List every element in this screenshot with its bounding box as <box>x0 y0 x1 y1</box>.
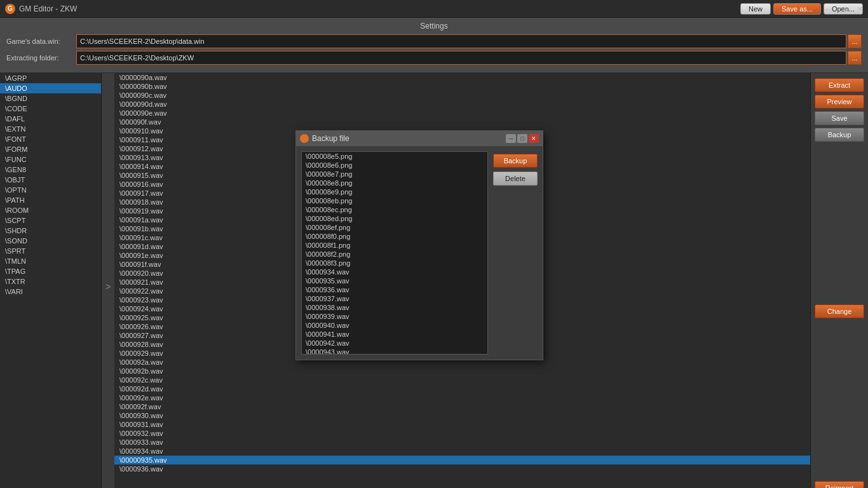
change-button[interactable]: Change <box>815 304 864 318</box>
file-item[interactable]: \000092e.wav <box>114 393 810 402</box>
file-item[interactable]: \0000090d.wav <box>114 100 810 109</box>
backup-file-item[interactable]: \0000934.wav <box>302 268 487 276</box>
file-item[interactable]: \00000935.wav <box>114 456 810 464</box>
new-button[interactable]: New <box>740 3 771 15</box>
folder-item[interactable]: \TXTR <box>0 276 101 287</box>
backup-file-item[interactable]: \000008e7.png <box>302 170 487 179</box>
right-panel: Extract Preview Save Backup Change Reimp… <box>811 73 868 488</box>
backup-file-item[interactable]: \000008e9.png <box>302 187 487 196</box>
folder-list: \AGRP\AUDO\BGND\CODE\DAFL\EXTN\FONT\FORM… <box>0 73 102 488</box>
folder-item[interactable]: \VARI <box>0 287 101 297</box>
backup-dialog-titlebar: Backup file ─ □ ✕ <box>296 131 543 146</box>
folder-item[interactable]: \DAFL <box>0 114 101 124</box>
close-button[interactable]: ✕ <box>851 0 868 18</box>
games-data-input[interactable] <box>76 34 846 48</box>
extract-folder-input[interactable] <box>76 51 846 65</box>
backup-file-item[interactable]: \000008f3.png <box>302 259 487 268</box>
folder-item[interactable]: \FONT <box>0 134 101 144</box>
folder-item[interactable]: \SOND <box>0 236 101 246</box>
folder-item[interactable]: \AGRP <box>0 73 101 83</box>
backup-file-item[interactable]: \000008e8.png <box>302 179 487 187</box>
save-as-button[interactable]: Save as... <box>773 3 821 15</box>
file-item[interactable]: \0000936.wav <box>114 464 810 473</box>
folder-item[interactable]: \OPTN <box>0 185 101 195</box>
backup-file-item[interactable]: \000008f1.png <box>302 241 487 250</box>
folder-item[interactable]: \SCPT <box>0 215 101 226</box>
save-button[interactable]: Save <box>815 111 864 125</box>
backup-close-button[interactable]: ✕ <box>529 134 539 143</box>
backup-file-item[interactable]: \000008ed.png <box>302 214 487 223</box>
folder-item[interactable]: \SPRT <box>0 246 101 256</box>
file-item[interactable]: \0000931.wav <box>114 420 810 429</box>
folder-item[interactable]: \EXTN <box>0 124 101 134</box>
backup-file-item[interactable]: \0000941.wav <box>302 330 487 339</box>
folder-item[interactable]: \GEN8 <box>0 165 101 175</box>
arrow-indicator: > <box>102 73 114 488</box>
backup-file-item[interactable]: \0000943.wav <box>302 348 487 355</box>
folder-item[interactable]: \TPAG <box>0 266 101 276</box>
backup-file-item[interactable]: \0000935.wav <box>302 276 487 285</box>
file-item[interactable]: \0000934.wav <box>114 447 810 456</box>
settings-title: Settings <box>6 22 862 30</box>
backup-file-item[interactable]: \000008ec.png <box>302 205 487 214</box>
file-item[interactable]: \0000933.wav <box>114 438 810 447</box>
folder-item[interactable]: \SHDR <box>0 226 101 236</box>
backup-dialog: Backup file ─ □ ✕ \000008e5.png\000008e6… <box>295 130 543 360</box>
file-item[interactable]: \000092d.wav <box>114 384 810 393</box>
backup-file-item[interactable]: \000008f0.png <box>302 232 487 241</box>
folder-item[interactable]: \ROOM <box>0 205 101 215</box>
backup-file-item[interactable]: \0000937.wav <box>302 294 487 303</box>
delete-action-button[interactable]: Delete <box>493 172 538 186</box>
backup-file-item[interactable]: \0000942.wav <box>302 339 487 348</box>
folder-item[interactable]: \FORM <box>0 144 101 154</box>
backup-action-button[interactable]: Backup <box>493 154 538 168</box>
backup-file-item[interactable]: \0000939.wav <box>302 312 487 321</box>
app-title: GM Editor - ZKW <box>19 4 77 13</box>
folder-item[interactable]: \TMLN <box>0 256 101 266</box>
folder-item[interactable]: \FUNC <box>0 154 101 165</box>
folder-item[interactable]: \AUDO <box>0 83 101 93</box>
minimize-button[interactable]: ─ <box>818 0 835 18</box>
settings-bar: Settings Game's data.win: ... Extracting… <box>0 18 868 73</box>
backup-file-item[interactable]: \000008e5.png <box>302 152 487 161</box>
file-item[interactable]: \0000932.wav <box>114 429 810 438</box>
title-bar: G GM Editor - ZKW New Save as... Open...… <box>0 0 868 18</box>
file-item[interactable]: \000092c.wav <box>114 376 810 384</box>
file-item[interactable]: \0000930.wav <box>114 411 810 420</box>
backup-file-item[interactable]: \000008f2.png <box>302 250 487 259</box>
file-item[interactable]: \000090f.wav <box>114 118 810 126</box>
file-item[interactable]: \0000090b.wav <box>114 82 810 91</box>
maximize-button[interactable]: □ <box>835 0 851 18</box>
backup-file-item[interactable]: \0000936.wav <box>302 285 487 294</box>
backup-file-item[interactable]: \0000940.wav <box>302 321 487 330</box>
file-item[interactable]: \0000090c.wav <box>114 91 810 100</box>
folder-item[interactable]: \OBJT <box>0 175 101 185</box>
folder-item[interactable]: \CODE <box>0 104 101 114</box>
folder-item[interactable]: \BGND <box>0 93 101 104</box>
app-icon: G <box>5 4 15 14</box>
extract-folder-row: Extracting folder: ... <box>6 51 862 65</box>
file-item[interactable]: \000092b.wav <box>114 367 810 376</box>
preview-button[interactable]: Preview <box>815 95 864 109</box>
extract-folder-browse-button[interactable]: ... <box>848 51 862 65</box>
games-data-browse-button[interactable]: ... <box>848 34 862 48</box>
backup-dialog-content: \000008e5.png\000008e6.png\000008e7.png\… <box>296 146 543 360</box>
file-item[interactable]: \0000090a.wav <box>114 73 810 82</box>
extract-button[interactable]: Extract <box>815 78 864 92</box>
backup-file-item[interactable]: \0000938.wav <box>302 303 487 312</box>
backup-button[interactable]: Backup <box>815 128 864 142</box>
backup-dialog-buttons: Backup Delete <box>493 151 538 355</box>
backup-maximize-button[interactable]: □ <box>517 134 527 143</box>
backup-file-item[interactable]: \000008e6.png <box>302 161 487 170</box>
backup-file-item[interactable]: \000008eb.png <box>302 196 487 205</box>
file-item[interactable]: \000092f.wav <box>114 402 810 411</box>
games-data-label: Game's data.win: <box>6 37 76 45</box>
games-data-row: Game's data.win: ... <box>6 34 862 48</box>
reimport-button[interactable]: Reimport <box>815 481 864 488</box>
window-controls: ─ □ ✕ <box>818 0 868 18</box>
file-item[interactable]: \0000090e.wav <box>114 109 810 118</box>
backup-minimize-button[interactable]: ─ <box>506 134 516 143</box>
backup-file-item[interactable]: \000008ef.png <box>302 223 487 232</box>
folder-item[interactable]: \PATH <box>0 195 101 205</box>
extract-folder-label: Extracting folder: <box>6 54 76 62</box>
